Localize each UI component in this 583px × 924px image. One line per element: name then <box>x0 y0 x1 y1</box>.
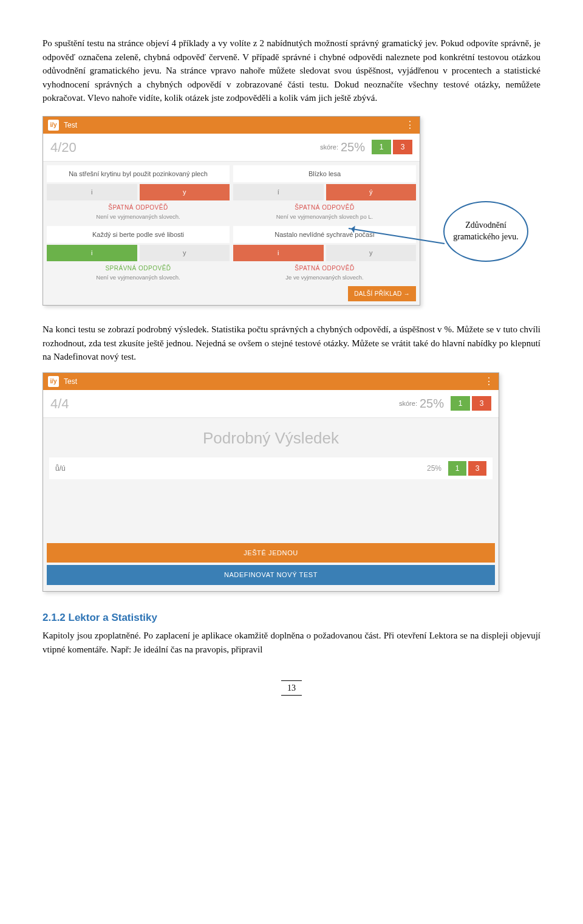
feedback-kind: ŠPATNÁ ODPOVĚĎ <box>234 203 415 212</box>
question-block: Na střešní krytinu byl použit pozinkovan… <box>47 165 230 222</box>
screenshot-1-wrapper: i/y Test ⋮ 4/20 skóre: 25% 1 3 Na střešn… <box>43 116 540 306</box>
body-paragraph-1: Po spuštění testu na stránce objeví 4 př… <box>43 36 540 105</box>
feedback-reason: Je ve vyjmenovaných slovech. <box>234 273 415 282</box>
app-logo-icon: i/y <box>48 120 59 131</box>
wrong-count-badge: 3 <box>393 140 412 154</box>
score-label: skóre: <box>399 399 417 409</box>
body-paragraph-3: Kapitoly jsou zpoplatněné. Po zaplacení … <box>43 629 540 656</box>
app-logo-icon: i/y <box>48 376 59 387</box>
feedback-kind: ŠPATNÁ ODPOVĚĎ <box>234 264 415 273</box>
answer-choice[interactable]: y <box>140 184 230 200</box>
quiz-area: Na střešní krytinu byl použit pozinkovan… <box>43 162 420 306</box>
feedback-reason: Není ve vyjmenovaných slovech po L. <box>234 213 415 221</box>
section-heading-2-1-2: 2.1.2 Lektor a Statistiky <box>43 610 540 626</box>
next-example-button[interactable]: DALŠÍ PŘÍKLAD <box>348 286 416 301</box>
page-number: 13 <box>281 680 302 696</box>
answer-feedback: ŠPATNÁ ODPOVĚĎ Je ve vyjmenovaných slove… <box>233 261 416 283</box>
feedback-reason: Není ve vyjmenovaných slovech. <box>48 213 228 221</box>
answer-feedback: ŠPATNÁ ODPOVĚĎ Není ve vyjmenovaných slo… <box>47 200 230 222</box>
question-text: Blízko lesa <box>233 165 416 183</box>
answer-choice[interactable]: y <box>140 245 230 261</box>
test-app-window: i/y Test ⋮ 4/20 skóre: 25% 1 3 Na střešn… <box>43 116 420 306</box>
question-progress: 4/4 <box>50 394 69 414</box>
answer-feedback: ŠPATNÁ ODPOVĚĎ Není ve vyjmenovaných slo… <box>233 200 416 222</box>
try-again-button[interactable]: JEŠTĚ JEDNOU <box>47 543 495 563</box>
app-title: Test <box>64 120 77 131</box>
answer-choice[interactable]: y <box>326 245 417 261</box>
question-progress: 4/20 <box>50 137 77 157</box>
question-text: Na střešní krytinu byl použit pozinkovan… <box>47 165 230 183</box>
answer-choice[interactable]: i <box>47 184 137 200</box>
category-name: ů/ú <box>55 463 66 474</box>
result-category-row[interactable]: ů/ú 25% 1 3 <box>49 457 493 479</box>
feedback-kind: ŠPATNÁ ODPOVĚĎ <box>48 203 228 212</box>
result-area: Podrobný Výsledek ů/ú 25% 1 3 <box>43 418 499 539</box>
category-wrong-badge: 3 <box>468 461 486 476</box>
score-bar: 4/4 skóre: 25% 1 3 <box>43 390 499 418</box>
define-new-test-button[interactable]: NADEFINOVAT NOVÝ TEST <box>47 565 495 585</box>
score-bar: 4/20 skóre: 25% 1 3 <box>43 134 420 162</box>
category-correct-badge: 1 <box>448 461 466 476</box>
answer-feedback: SPRÁVNÁ ODPOVĚĎ Není ve vyjmenovaných sl… <box>47 261 230 283</box>
result-heading: Podrobný Výsledek <box>49 426 493 450</box>
result-button-bar: JEŠTĚ JEDNOU NADEFINOVAT NOVÝ TEST <box>43 539 499 591</box>
result-app-window: i/y Test ⋮ 4/4 skóre: 25% 1 3 Podrobný V… <box>43 372 499 592</box>
feedback-reason: Není ve vyjmenovaných slovech. <box>48 273 228 282</box>
correct-count-badge: 1 <box>451 396 470 411</box>
menu-icon[interactable]: ⋮ <box>405 118 415 132</box>
app-topbar: i/y Test ⋮ <box>43 117 420 134</box>
answer-choice[interactable]: ý <box>326 184 417 200</box>
category-percent: 25% <box>427 463 442 474</box>
question-block: Každý si berte podle své libosti i y SPR… <box>47 226 230 283</box>
score-value: 25% <box>341 138 365 156</box>
app-topbar: i/y Test ⋮ <box>43 373 499 390</box>
wrong-count-badge: 3 <box>472 396 491 411</box>
question-text: Každý si berte podle své libosti <box>47 226 230 244</box>
answer-choice[interactable]: í <box>233 184 324 200</box>
answer-choice[interactable]: i <box>47 245 137 261</box>
feedback-kind: SPRÁVNÁ ODPOVĚĎ <box>48 264 228 273</box>
body-paragraph-2: Na konci testu se zobrazí podrobný výsle… <box>43 323 540 364</box>
page-number-footer: 13 <box>43 680 540 696</box>
menu-icon[interactable]: ⋮ <box>484 374 494 389</box>
answer-choice[interactable]: i <box>233 245 324 261</box>
score-value: 25% <box>420 394 444 412</box>
callout-bubble: Zdůvodnění gramatického jevu. <box>443 201 528 262</box>
app-title: Test <box>64 376 77 387</box>
score-label: skóre: <box>320 142 338 152</box>
correct-count-badge: 1 <box>372 140 391 154</box>
question-block: Blízko lesa í ý ŠPATNÁ ODPOVĚĎ Není ve v… <box>233 165 416 222</box>
